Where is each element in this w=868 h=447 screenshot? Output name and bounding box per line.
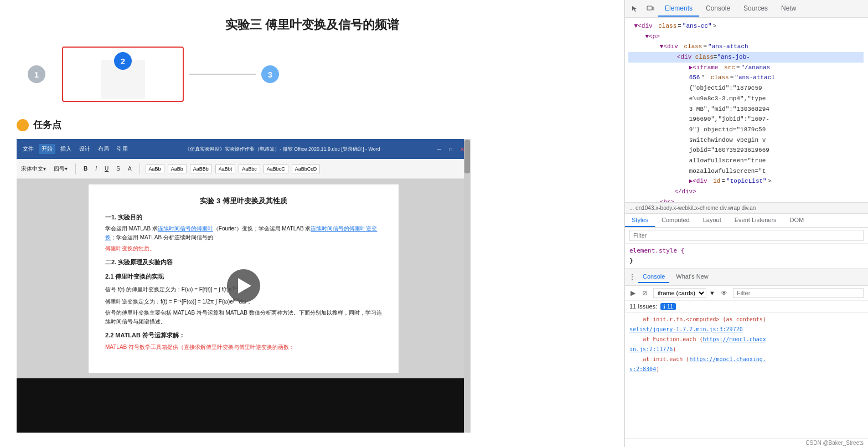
tab-elements[interactable]: Elements (658, 1, 699, 17)
tree-node-4[interactable]: ▶<iframe src="/ananas (629, 63, 864, 73)
element-style-rule: element.style { } (625, 244, 868, 268)
style-4[interactable]: AaBbc (239, 165, 260, 173)
play-button[interactable] (227, 269, 260, 302)
home-btn-active[interactable]: 开始 (39, 144, 55, 154)
eye-icon-btn[interactable]: 👁 (720, 288, 728, 298)
doc-section-2-2: 2.2 MATLAB 符号运算求解： (105, 331, 382, 341)
step-2-box[interactable]: 2 (62, 47, 184, 102)
tree-node-13[interactable]: allowfullscreen="true (629, 156, 864, 166)
log-link-0[interactable]: selist/jquery-1.7.2.min.js:3:29720 (629, 326, 743, 332)
log-link-4[interactable]: s:2:8304 (629, 366, 656, 372)
tree-node-12[interactable]: jobid="160735293619669 (629, 145, 864, 156)
console-tab-whatsnew[interactable]: What's New (671, 271, 712, 283)
play-icon (238, 278, 251, 294)
style-tab-event-listeners[interactable]: Event Listeners (728, 214, 783, 227)
style-tab-dom[interactable]: DOM (783, 214, 811, 227)
style-5[interactable]: AaBbcC (264, 165, 288, 173)
step-circle-2: 2 (114, 52, 132, 70)
iframe-select[interactable]: iframe (cards) (653, 288, 706, 298)
console-menu-icon[interactable]: ⋮ (628, 273, 636, 281)
console-tab-console[interactable]: Console (638, 271, 669, 283)
tree-node-7[interactable]: e\u9a8c3-3.mp4","type (629, 94, 864, 104)
tree-node-1[interactable]: ▼<p> (629, 32, 864, 42)
tab-network[interactable]: Netw (774, 1, 803, 17)
tree-node-11[interactable]: switchwindow vbegin v (629, 135, 864, 146)
doc-scrollbar[interactable] (464, 179, 471, 378)
log-link-1[interactable]: https://mooc1.chaox (702, 336, 766, 342)
style-2[interactable]: AaBBb (190, 165, 212, 173)
breadcrumb: ... en1043.x-body.x-webkit.x-chrome div.… (625, 202, 868, 214)
log-line-3: in.js:2:11776) (629, 345, 864, 354)
style-tabs: Styles Computed Layout Event Listeners D… (625, 214, 868, 228)
step-3[interactable]: 3 (261, 65, 279, 83)
tree-node-0[interactable]: ▼<div class="ans-cc"> (629, 21, 864, 32)
block-icon-btn[interactable]: ⊘ (641, 288, 649, 298)
design-btn[interactable]: 设计 (76, 144, 93, 154)
tree-node-3-selected[interactable]: <div class="ans-job- (628, 52, 864, 63)
tree-node-16[interactable]: </div> (629, 187, 864, 197)
doc-para-4: 信号的傅里叶变换主要包括 MATLAB 符号运算和 MATLAB 数值分析两种方… (105, 309, 382, 326)
font-size[interactable]: 四号▾ (51, 165, 70, 173)
minimize-btn[interactable]: ─ (435, 145, 444, 153)
tree-node-6[interactable]: {"objectid":"1879c59 (629, 83, 864, 94)
tree-node-2[interactable]: ▼<div class="ans-attach (629, 42, 864, 52)
issues-badge[interactable]: ℹ 11 (660, 303, 676, 310)
style-tab-styles[interactable]: Styles (625, 214, 655, 227)
element-style-selector: element.style { (629, 247, 684, 254)
insert-btn[interactable]: 插入 (58, 144, 74, 154)
style-3[interactable]: AaBbt (215, 165, 236, 173)
main-content: 实验三 傅里叶变换及信号的频谱 1 2 3 任务点 文件 开始 (0, 0, 624, 447)
strikethrough-btn[interactable]: S (114, 165, 122, 172)
cursor-icon[interactable] (627, 1, 643, 17)
steps-row: 1 2 3 (17, 47, 608, 102)
video-container[interactable]: 文件 开始 插入 设计 布局 引用 《仿真实验网站》实验操作作业（电路算）- 微… (17, 139, 471, 433)
devtools-panel: Elements Console Sources Netw ▼<div clas… (624, 0, 868, 447)
step-2: 2 (114, 52, 132, 70)
underline-btn[interactable]: U (102, 165, 111, 172)
doc-main-title: 实验 3 傅里叶变换及其性质 (105, 196, 382, 207)
styles-filter-area (625, 228, 868, 244)
layout-btn[interactable]: 布局 (95, 144, 112, 154)
tree-node-10[interactable]: 9"} objectid="1879c59 (629, 125, 864, 135)
play-icon-btn[interactable]: ▶ (629, 288, 637, 298)
device-icon[interactable] (643, 1, 658, 17)
log-line-4: at init.each (https://mooc1.chaoxing. (629, 355, 864, 364)
log-link-2[interactable]: in.js:2:11776 (629, 346, 673, 352)
doc-title: 《仿真实验网站》实验操作作业（电路算）- 微软 Office 2020.11.9… (133, 146, 432, 153)
style-tab-layout[interactable]: Layout (696, 214, 728, 227)
style-6[interactable]: AaBbCcD (292, 165, 321, 173)
console-top-bar: ⋮ Console What's New (625, 269, 868, 286)
tree-node-9[interactable]: 196690","jobid":"1607- (629, 114, 864, 125)
italic-btn[interactable]: I (93, 165, 99, 172)
tree-node-17[interactable]: <br> (629, 197, 864, 203)
style-tab-computed[interactable]: Computed (655, 214, 696, 227)
console-section: ⋮ Console What's New ▶ ⊘ iframe (cards) … (625, 269, 868, 447)
style-normal[interactable]: AaBb (146, 165, 164, 173)
tree-node-15[interactable]: ▶<div id="topicList"> (629, 176, 864, 187)
log-link-3[interactable]: https://mooc1.chaoxing. (689, 356, 766, 362)
console-filter-input[interactable] (733, 288, 864, 298)
maximize-btn[interactable]: □ (446, 145, 455, 153)
step-1[interactable]: 1 (28, 65, 45, 83)
devtools-top-tabs: Elements Console Sources Netw (625, 0, 868, 18)
file-btn[interactable]: 文件 (20, 144, 37, 154)
task-point: 任务点 (17, 119, 608, 131)
font-selector[interactable]: 宋体中文▾ (19, 165, 48, 173)
console-log-area: at init.r.fn.<computed> (as contents) se… (625, 313, 868, 438)
tree-node-14[interactable]: mozallowfullscreen="t (629, 166, 864, 177)
doc-section-1: 一1. 实验目的 (105, 213, 382, 223)
page-title: 实验三 傅里叶变换及信号的频谱 (17, 17, 608, 33)
tree-node-8[interactable]: 3 MB","mid":"130368294 (629, 104, 864, 115)
references-btn[interactable]: 引用 (114, 144, 131, 154)
svg-rect-0 (647, 6, 652, 10)
svg-rect-1 (653, 7, 654, 10)
task-label: 任务点 (33, 119, 61, 131)
tree-node-5[interactable]: 656" class="ans-attacl (629, 73, 864, 83)
bold-btn[interactable]: B (81, 165, 90, 172)
styles-filter-input[interactable] (629, 230, 864, 241)
style-1[interactable]: AaBb (168, 165, 187, 173)
tab-console[interactable]: Console (699, 1, 737, 17)
log-line-0: at init.r.fn.<computed> (as contents) (629, 315, 864, 324)
font-color-btn[interactable]: A (126, 165, 134, 172)
tab-sources[interactable]: Sources (737, 1, 774, 17)
